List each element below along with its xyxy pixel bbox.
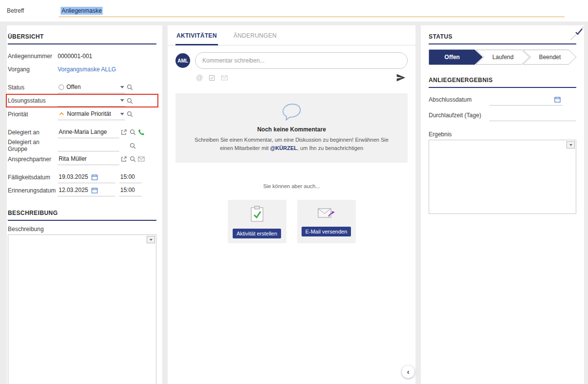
delegiert-an-gruppe-search-icon[interactable] <box>128 141 137 150</box>
empty-state-text: Schreiben Sie einen Kommentar, um eine D… <box>190 136 393 152</box>
field-loesungsstatus-highlighted: Lösungsstatus <box>6 94 158 107</box>
delegiert-an-gruppe-label: Delegiert an Gruppe <box>8 139 58 152</box>
svg-text:Beendet: Beendet <box>539 54 561 61</box>
ergebnis-label: Ergebnis <box>429 131 576 138</box>
vorgang-link[interactable]: Vorgangsmaske ALLG <box>58 66 116 73</box>
delegiert-an-value: Anne-Maria Lange <box>59 128 118 135</box>
field-ansprechpartner: Ansprechpartner Rita Müller <box>8 152 156 166</box>
chevron-down-icon[interactable] <box>120 86 124 88</box>
field-erinnerungsdatum: Erinnerungsdatum 12.03.2025 15:00 <box>8 184 156 197</box>
collapse-panel-button[interactable]: ‹ <box>402 365 414 378</box>
chevron-down-icon[interactable] <box>120 113 124 115</box>
svg-text:Offen: Offen <box>444 54 459 61</box>
prioritaet-label: Priorität <box>8 111 58 118</box>
chevron-left-icon: ‹ <box>407 368 410 376</box>
no-comments-empty-state: Noch keine Kommentare Schreiben Sie eine… <box>175 93 408 163</box>
delegiert-an-search-icon[interactable] <box>128 128 137 137</box>
field-delegiert-an: Delegiert an Anne-Maria Lange <box>8 126 156 139</box>
calendar-icon[interactable] <box>90 186 99 194</box>
beschreibung-panel-title: BESCHREIBUNG <box>8 206 156 221</box>
corner-edit-icon[interactable] <box>569 25 584 40</box>
svg-text:Laufend: Laufend <box>492 54 513 61</box>
topbar: Betreff Anliegenmaske <box>0 0 588 21</box>
durchlaufzeit-field[interactable] <box>489 109 576 121</box>
composer-toolbar: @ <box>168 70 415 83</box>
erinnerungsdatum-time-field[interactable]: 15:00 <box>119 185 142 196</box>
send-email-card: E-Mail versenden <box>297 200 356 243</box>
phone-icon[interactable] <box>137 128 146 137</box>
empty-state-title: Noch keine Kommentare <box>190 126 393 133</box>
ansprechpartner-label: Ansprechpartner <box>8 156 58 163</box>
status-label: Status <box>8 84 58 91</box>
mail-icon[interactable] <box>137 155 146 164</box>
delegiert-an-label: Delegiert an <box>8 129 58 136</box>
avatar: AML <box>175 53 190 68</box>
abschlussdatum-field[interactable] <box>489 94 563 106</box>
chevron-down-icon[interactable] <box>566 141 575 149</box>
faelligkeitsdatum-time: 15:00 <box>120 173 135 180</box>
beschreibung-textarea[interactable] <box>8 235 156 384</box>
ansprechpartner-field[interactable]: Rita Müller <box>58 153 119 165</box>
faelligkeitsdatum-time-field[interactable]: 15:00 <box>119 171 142 183</box>
anliegennummer-value: 0000001-001 <box>58 53 92 60</box>
delegiert-an-gruppe-field[interactable] <box>58 140 119 151</box>
faelligkeitsdatum-date-field[interactable]: 19.03.2025 <box>58 171 115 183</box>
betreff-label: Betreff <box>7 7 59 14</box>
loesungsstatus-search-icon[interactable] <box>125 96 134 105</box>
tab-aenderungen[interactable]: ÄNDERUNGEN <box>233 25 278 45</box>
chevron-down-icon[interactable] <box>120 99 124 102</box>
erinnerungsdatum-label: Erinnerungsdatum <box>8 187 58 194</box>
overview-panel-title: ÜBERSICHT <box>8 29 156 44</box>
status-column: STATUS Offen Laufend Beendet ANLIEGENERG… <box>421 25 584 384</box>
mail-icon[interactable] <box>221 75 228 81</box>
abschlussdatum-label: Abschlussdatum <box>429 96 489 103</box>
task-clipboard-icon <box>250 206 264 224</box>
prioritaet-combo[interactable]: Normale Priorität <box>58 108 125 120</box>
betreff-selected-text: Anliegenmaske <box>61 7 103 15</box>
also-text: Sie können aber auch... <box>168 183 415 189</box>
status-open-icon <box>59 85 64 90</box>
status-step-beendet[interactable]: Beendet <box>523 49 577 65</box>
erinnerungsdatum-date-field[interactable]: 12.03.2025 <box>58 185 115 196</box>
tab-aktivitaeten[interactable]: AKTIVITÄTEN <box>175 25 218 45</box>
send-icon[interactable] <box>396 73 406 83</box>
vorgang-label: Vorgang <box>8 66 58 73</box>
durchlaufzeit-label: Durchlaufzeit (Tage) <box>429 112 489 119</box>
calendar-icon[interactable] <box>90 172 99 181</box>
betreff-input[interactable]: Anliegenmaske <box>59 4 565 17</box>
activities-column: AKTIVITÄTEN ÄNDERUNGEN AML @ Noch kein <box>168 25 415 384</box>
send-email-button[interactable]: E-Mail versenden <box>302 227 351 236</box>
faelligkeitsdatum-date: 19.03.2025 <box>59 173 88 180</box>
task-icon[interactable] <box>209 75 215 81</box>
status-value: Offen <box>66 84 118 90</box>
comment-composer: AML <box>168 45 415 70</box>
delegiert-an-field[interactable]: Anne-Maria Lange <box>58 127 119 138</box>
erinnerungsdatum-time: 15:00 <box>120 187 135 193</box>
ansprechpartner-value: Rita Müller <box>59 155 118 162</box>
open-record-icon[interactable] <box>119 128 128 137</box>
empty-state-text-part2: , um Ihn zu benachrichtigen <box>297 145 363 151</box>
ansprechpartner-search-icon[interactable] <box>128 155 137 164</box>
mention-icon[interactable]: @ <box>196 74 203 82</box>
status-panel-title: STATUS <box>429 29 576 44</box>
field-durchlaufzeit: Durchlaufzeit (Tage) <box>429 108 576 122</box>
ergebnis-textarea[interactable] <box>429 140 576 214</box>
calendar-icon[interactable] <box>553 95 562 104</box>
prioritaet-search-icon[interactable] <box>125 110 134 119</box>
field-anliegennummer: Anliegennummer 0000001-001 <box>8 49 156 63</box>
chevron-down-icon[interactable] <box>147 236 155 243</box>
comment-input[interactable] <box>195 52 408 69</box>
anliegennummer-label: Anliegennummer <box>8 53 58 60</box>
overview-column: ÜBERSICHT Anliegennummer 0000001-001 Vor… <box>7 25 162 384</box>
status-search-icon[interactable] <box>125 83 134 92</box>
field-status: Status Offen <box>8 81 156 94</box>
loesungsstatus-combo[interactable] <box>58 95 125 107</box>
anliegenergebnis-panel-title: ANLIEGENERGEBNIS <box>429 73 576 88</box>
create-activity-button[interactable]: Aktivität erstellen <box>233 229 281 238</box>
status-combo[interactable]: Offen <box>58 82 125 93</box>
erinnerungsdatum-date: 12.03.2025 <box>59 187 88 193</box>
status-steps: Offen Laufend Beendet <box>429 49 576 65</box>
open-record-icon[interactable] <box>119 155 128 164</box>
field-abschlussdatum: Abschlussdatum <box>429 93 576 107</box>
priority-medium-icon <box>59 112 65 116</box>
